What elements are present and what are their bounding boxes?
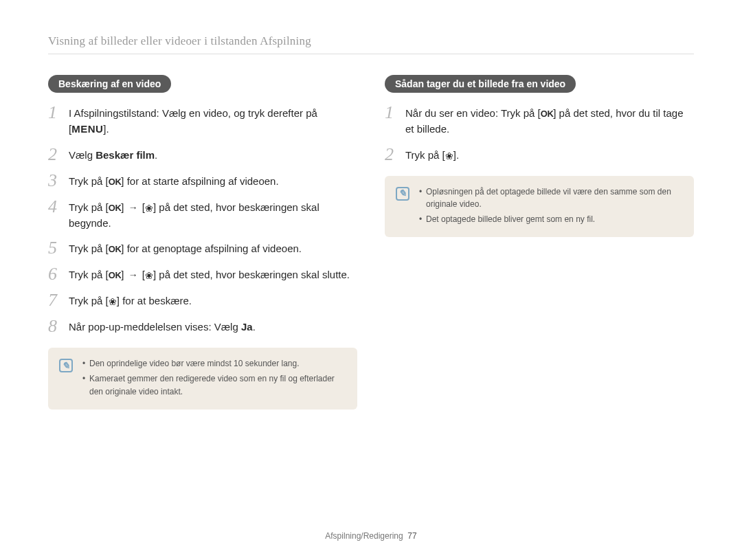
section-title-capture: Sådan tager du et billede fra en video: [385, 75, 576, 93]
step-text: Tryk på [OK] → [❀] på det sted, hvor bes…: [69, 199, 357, 232]
step-text: Tryk på [❀].: [405, 147, 459, 163]
footer-page-number: 77: [407, 531, 416, 541]
note-item: Den oprindelige video bør være mindst 10…: [82, 357, 346, 370]
crop-steps: 1 I Afspilningstilstand: Vælg en video, …: [48, 105, 357, 335]
step: 1 I Afspilningstilstand: Vælg en video, …: [48, 105, 357, 137]
step: 4 Tryk på [OK] → [❀] på det sted, hvor b…: [48, 199, 357, 232]
step-text: Når pop-up-meddelelsen vises: Vælg Ja.: [69, 319, 256, 335]
step-text: Tryk på [OK] for at starte afspilning af…: [69, 173, 279, 189]
step-text: Tryk på [OK] for at genoptage afspilning…: [69, 240, 302, 256]
note-item: Det optagede billede bliver gemt som en …: [419, 213, 683, 226]
step: 5 Tryk på [OK] for at genoptage afspilni…: [48, 240, 357, 257]
step-text: Tryk på [OK] → [❀] på det sted, hvor bes…: [69, 267, 350, 283]
step-number: 6: [48, 265, 69, 283]
step: 6 Tryk på [OK] → [❀] på det sted, hvor b…: [48, 267, 357, 283]
note-icon: ✎: [59, 359, 73, 372]
page-footer: Afspilning/Redigering 77: [0, 531, 742, 541]
page-header: Visning af billeder eller videoer i tils…: [48, 34, 694, 54]
step-number: 1: [48, 104, 69, 122]
note-item: Kameraet gemmer den redigerede video som…: [82, 372, 346, 398]
step-number: 5: [48, 239, 69, 257]
step: 1 Når du ser en video: Tryk på [OK] på d…: [385, 105, 694, 137]
step-text: Tryk på [❀] for at beskære.: [69, 293, 192, 309]
note-item: Opløsningen på det optagede billede vil …: [419, 186, 683, 211]
step-number: 8: [48, 317, 69, 335]
footer-section: Afspilning/Redigering: [325, 531, 403, 541]
left-column: Beskæring af en video 1 I Afspilningstil…: [48, 75, 357, 410]
note-list: Den oprindelige video bør være mindst 10…: [82, 357, 346, 400]
step: 8 Når pop-up-meddelelsen vises: Vælg Ja.: [48, 319, 357, 335]
capture-steps: 1 Når du ser en video: Tryk på [OK] på d…: [385, 105, 694, 164]
step: 3 Tryk på [OK] for at starte afspilning …: [48, 173, 357, 190]
step-text: Vælg Beskær film.: [69, 147, 157, 163]
step-text: I Afspilningstilstand: Vælg en video, og…: [69, 105, 357, 137]
step-number: 3: [48, 172, 69, 190]
step-number: 4: [48, 198, 69, 216]
note-icon: ✎: [396, 187, 409, 201]
right-column: Sådan tager du et billede fra en video 1…: [385, 75, 694, 410]
step-number: 2: [385, 146, 405, 164]
step-number: 7: [48, 291, 69, 309]
note-box: ✎ Den oprindelige video bør være mindst …: [48, 348, 357, 410]
step: 7 Tryk på [❀] for at beskære.: [48, 293, 357, 309]
note-list: Opløsningen på det optagede billede vil …: [419, 186, 683, 228]
step-number: 2: [48, 146, 69, 164]
section-title-crop: Beskæring af en video: [48, 75, 171, 93]
step-number: 1: [385, 104, 405, 122]
step: 2 Tryk på [❀].: [385, 147, 694, 164]
note-box: ✎ Opløsningen på det optagede billede vi…: [385, 176, 694, 238]
step-text: Når du ser en video: Tryk på [OK] på det…: [405, 105, 694, 137]
step: 2 Vælg Beskær film.: [48, 147, 357, 164]
